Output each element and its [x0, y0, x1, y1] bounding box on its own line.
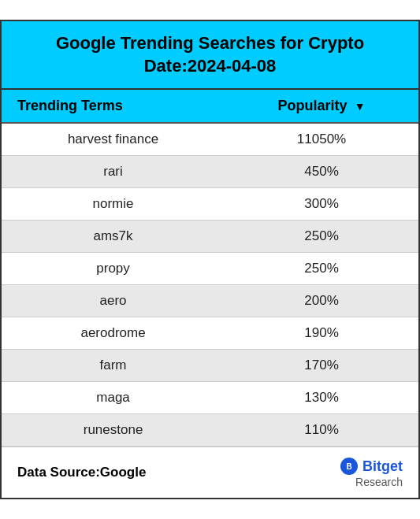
column-header-popularity: Popularity ▼ [225, 90, 418, 123]
table-body: harvest finance11050%rari450%normie300%a… [2, 123, 418, 447]
cell-term: normie [2, 188, 225, 221]
header-title-line2: Date:2024-04-08 [144, 56, 277, 76]
card: Google Trending Searches for Crypto Date… [0, 20, 420, 499]
table-row: aero200% [2, 285, 418, 317]
column-header-term: Trending Terms [2, 90, 225, 123]
cell-term: runestone [2, 414, 225, 447]
header-title: Google Trending Searches for Crypto Date… [17, 32, 403, 77]
cell-popularity: 110% [225, 414, 418, 447]
cell-popularity: 200% [225, 285, 418, 317]
cell-popularity: 130% [225, 382, 418, 414]
cell-term: aerodrome [2, 317, 225, 350]
bitget-brand-name: Bitget [362, 458, 403, 475]
table-row: normie300% [2, 188, 418, 221]
bitget-brand-sub: Research [355, 476, 403, 488]
cell-term: ams7k [2, 221, 225, 253]
table-row: rari450% [2, 156, 418, 188]
table-row: propy250% [2, 253, 418, 285]
bitget-brand-top: B Bitget [340, 457, 403, 476]
footer: Data Source:Google B Bitget Research [2, 447, 418, 498]
cell-term: farm [2, 350, 225, 382]
cell-popularity: 300% [225, 188, 418, 221]
table-row: ams7k250% [2, 221, 418, 253]
cell-popularity: 250% [225, 221, 418, 253]
cell-popularity: 170% [225, 350, 418, 382]
table-container: Trending Terms Popularity ▼ harvest fina… [2, 90, 418, 447]
cell-term: rari [2, 156, 225, 188]
cell-term: harvest finance [2, 123, 225, 156]
data-source-label: Data Source:Google [17, 465, 146, 480]
table-row: aerodrome190% [2, 317, 418, 350]
trending-table: Trending Terms Popularity ▼ harvest fina… [2, 90, 418, 447]
cell-term: propy [2, 253, 225, 285]
svg-text:B: B [346, 462, 351, 471]
bitget-icon: B [340, 457, 359, 476]
table-row: maga130% [2, 382, 418, 414]
sort-arrow-icon: ▼ [355, 100, 366, 113]
header: Google Trending Searches for Crypto Date… [2, 21, 418, 90]
cell-popularity: 250% [225, 253, 418, 285]
cell-popularity: 11050% [225, 123, 418, 156]
cell-term: aero [2, 285, 225, 317]
cell-popularity: 450% [225, 156, 418, 188]
cell-popularity: 190% [225, 317, 418, 350]
bitget-logo: B Bitget Research [340, 457, 403, 488]
cell-term: maga [2, 382, 225, 414]
table-row: farm170% [2, 350, 418, 382]
header-title-line1: Google Trending Searches for Crypto [56, 33, 364, 53]
table-header-row: Trending Terms Popularity ▼ [2, 90, 418, 123]
table-row: harvest finance11050% [2, 123, 418, 156]
table-row: runestone110% [2, 414, 418, 447]
